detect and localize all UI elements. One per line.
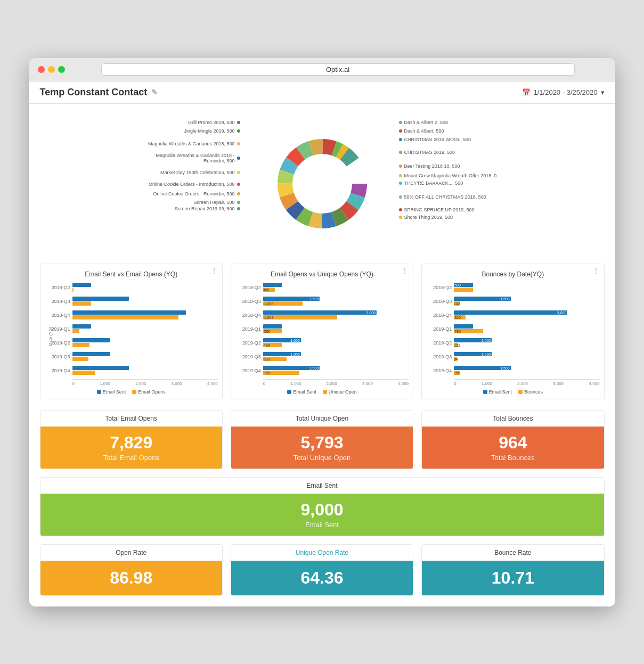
rate-open-rate: Open Rate 86.98 [40,544,223,596]
label-dash: Dash & Albert, 500 [404,128,444,134]
close-button[interactable] [38,66,45,73]
chart-row: 2019-Q4 [72,365,218,376]
label-xmas2019: CHRISTMAS 2019, 500 [404,150,455,155]
charts-row: Email Sent vs Email Opens (YQ) Date (YQ)… [40,264,605,399]
metric-value-unique: 5,793 [238,433,406,453]
metric-value-opens: 7,829 [47,433,216,453]
chart-row: 2018-Q3 [72,296,218,307]
label-50off: 50% OFF ALL CHRISTMAS 2018, 500 [404,194,486,200]
edit-icon[interactable]: ✎ [151,88,158,96]
calendar-icon: 📅 [522,88,531,96]
chart-row: 2019-Q4 1,500 955 [263,365,409,376]
donut-section: Grill Promo 2019, 500 Jingle Mingle 2019… [40,114,605,253]
app-title: Temp Constant Contact ✎ [40,87,158,98]
chart-email-opens-unique: Email Opens vs Unique Opens (YQ) 2018-Q2… [231,264,413,399]
bar-chart-1: 2018-Q2 2018-Q3 [72,282,218,376]
chart-row: 2019-Q2 1,000 496 [263,338,409,348]
metric-title-unique: Total Unique Open [231,411,413,427]
rate-title-bounce: Bounce Rate [422,545,604,561]
label-spring: SPRING SPRUCE UP 2019, 500 [404,207,475,212]
rate-bounce: Bounce Rate 10.71 [421,544,604,596]
date-range[interactable]: 📅 1/1/2020 - 3/25/2020 ▾ [522,88,605,96]
maximize-button[interactable] [58,66,65,73]
url-bar[interactable]: Optix.ai [101,63,575,76]
metric-email-sent: Email Sent 9,000 Email Sent [40,477,605,536]
label-xmas-wool: CHRISTMAS 2019 WOOL, 500 [404,137,471,142]
label-mount: Mount Crew Magnolia Wreath Offer 2018, 0 [404,173,497,178]
chart-title-2: Email Opens vs Unique Opens (YQ) [235,270,409,278]
chart-row: 2019-Q3 1,000 94 [454,351,599,362]
rate-title-unique: Unique Open Rate [231,545,413,561]
x-axis-2: 0 1,000 2,000 3,000 4,000 [263,379,409,386]
chart-row: 2018-Q4 [72,310,218,321]
rate-unique-open: Unique Open Rate 64.36 [231,544,413,596]
email-sent-label: Email Sent [305,521,339,529]
chart-row: 2018-Q4 3,000 1,943 [263,310,409,321]
title-text: Temp Constant Contact [40,87,148,98]
donut-labels-left: Grill Promo 2019, 500 Jingle Mingle 2019… [136,114,242,212]
chart-title-1: Email Sent vs Email Opens (YQ) [45,270,218,278]
label-theyre: THEY'RE BAAAACK..., 500 [404,181,463,186]
bar-chart-3: 2018-Q2 500 2018-Q3 1,500 142 [454,282,599,376]
label-beer: Beer Tasting 2018 10, 500 [404,163,460,169]
chart-bounces: Bounces by Date(YQ) 2018-Q2 500 [421,264,604,399]
svg-point-19 [296,157,349,210]
x-axis-3: 0 1,000 2,000 3,000 4,000 [454,379,599,386]
donut-labels-right: Dash & Albert 2, 500 Dash & Albert, 500 … [397,114,509,221]
browser-window: Optix.ai Temp Constant Contact ✎ 📅 1/1/2… [29,58,615,606]
label-cookie1: Online Cookie Orders - Introduction, 500 [149,182,235,187]
label-magnolia2: Magnolia Wreaths & Garlands 2018 - Remin… [136,153,235,163]
chart-row: 2018-Q3 1,500 1,026 [263,296,409,307]
label-jingle: Jingle Mingle 2019, 500 [184,128,234,134]
metric-title-bounces: Total Bounces [422,411,604,427]
chart-email-sent-opens: Email Sent vs Email Opens (YQ) Date (YQ)… [40,264,223,399]
label-magnolia1: Magnolia Wreaths & Garlands 2018, 500 [148,141,234,146]
metric-total-bounces: Total Bounces 964 Total Bounces [421,410,604,469]
metric-label-unique: Total Unique Open [294,454,351,462]
metric-body-opens: 7,829 Total Email Opens [40,427,222,469]
donut-chart-wrapper: Grill Promo 2019, 500 Jingle Mingle 2019… [136,114,509,253]
metric-title-opens: Total Email Opens [40,411,222,427]
chevron-down-icon[interactable]: ▾ [601,88,605,96]
metric-total-email-opens: Total Email Opens 7,829 Total Email Open… [40,410,223,469]
donut-svg [269,130,376,237]
rate-body-open: 86.98 [40,561,222,595]
label-shore: Shore Thing 2019, 500 [404,215,453,220]
metric-body-unique: 5,793 Total Unique Open [231,427,413,469]
chart-row: 2018-Q2 500 [454,282,599,293]
chart-row: 2019-Q1 780 [454,324,599,334]
rates-row: Open Rate 86.98 Unique Open Rate 64.36 B… [40,544,605,596]
date-range-text: 1/1/2020 - 3/25/2020 [534,88,598,96]
metric-value-bounces: 964 [428,433,597,453]
label-screen1: Screen Repair, 500 [193,200,234,205]
rate-body-bounce: 10.71 [422,561,604,595]
chart-legend-2: Email Sent Unique Open [235,389,409,395]
rate-value-bounce: 10.71 [492,568,534,587]
label-screen2: Screen Repair 2019 09, 500 [175,206,235,211]
chart-row: 2018-Q2 [72,282,218,293]
chart-row: 2019-Q1 500 [263,324,409,334]
chart-row: 2018-Q3 1,500 142 [454,296,599,307]
label-market: Market Day 150th Celebration, 500 [160,170,235,175]
metric-label-bounces: Total Bounces [491,454,535,462]
dashboard-content: Grill Promo 2019, 500 Jingle Mingle 2019… [29,104,615,606]
email-sent-title: Email Sent [40,478,604,494]
label-grill: Grill Promo 2019, 500 [188,120,235,125]
traffic-lights [38,66,65,73]
rate-body-unique: 64.36 [231,561,413,595]
chart-legend-1: Email Sent Email Opens [45,389,218,395]
chart-row: 2019-Q2 [72,338,218,348]
metric-total-unique-open: Total Unique Open 5,793 Total Unique Ope… [231,410,413,469]
chart-row: 2019-Q3 [72,351,218,362]
x-axis-1: 0 1,000 2,000 3,000 4,000 [72,379,218,386]
rate-value-unique: 64.36 [300,568,343,587]
email-sent-value: 9,000 [47,500,598,520]
app-header: Temp Constant Contact ✎ 📅 1/1/2020 - 3/2… [29,81,615,104]
metrics-row-1: Total Email Opens 7,829 Total Email Open… [40,410,605,469]
label-dash2: Dash & Albert 2, 500 [404,120,449,125]
chart-row: 2019-Q4 1,500 158 [454,365,599,376]
metric-label-opens: Total Email Opens [103,454,159,462]
browser-titlebar: Optix.ai [29,58,615,81]
minimize-button[interactable] [48,66,55,73]
rate-value-open: 86.98 [110,568,152,587]
